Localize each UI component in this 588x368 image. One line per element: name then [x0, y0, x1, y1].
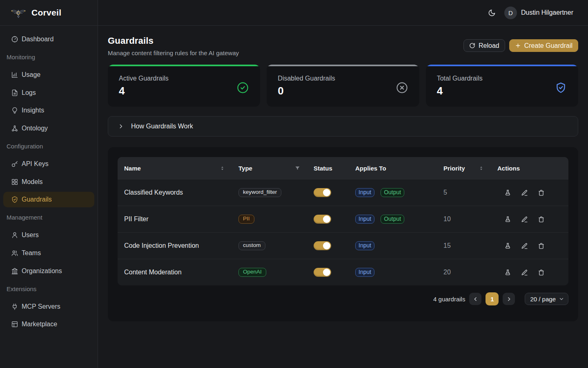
status-toggle[interactable] — [314, 268, 331, 277]
guardrails-panel: Name Type Status Applies To — [108, 147, 578, 321]
sidebar-item-ontology[interactable]: Ontology — [3, 121, 94, 136]
edit-guardrail-button[interactable] — [519, 188, 529, 197]
sort-icon[interactable] — [219, 165, 225, 171]
status-toggle[interactable] — [314, 241, 331, 250]
sidebar-item-api-keys[interactable]: API Keys — [3, 156, 94, 172]
reload-button[interactable]: Reload — [463, 39, 505, 52]
delete-guardrail-button[interactable] — [536, 214, 546, 224]
previous-page-button[interactable] — [469, 293, 481, 305]
plus-icon — [515, 43, 521, 49]
header-actions: Reload Create Guardrail — [463, 36, 578, 52]
page-size-select[interactable]: 20 / page — [525, 293, 568, 305]
status-toggle[interactable] — [314, 215, 331, 224]
applies-to-badge-output: Output — [381, 215, 404, 223]
status-toggle[interactable] — [314, 188, 331, 197]
create-guardrail-button[interactable]: Create Guardrail — [509, 39, 578, 52]
chevron-right-icon — [118, 123, 124, 129]
how-guardrails-work-toggle[interactable]: How Guardrails Work — [108, 116, 578, 137]
stat-card-total: Total Guardrails 4 — [426, 65, 578, 107]
type-cell: PII — [232, 215, 307, 223]
edit-guardrail-button[interactable] — [519, 214, 529, 224]
file-icon — [11, 89, 18, 96]
flask-icon — [504, 189, 511, 196]
pencil-icon — [521, 269, 528, 276]
refresh-icon — [469, 43, 475, 49]
user-menu[interactable]: D Dustin Hilgaertner — [504, 7, 573, 19]
current-page-button[interactable]: 1 — [486, 292, 499, 305]
applies-to-cell: InputOutput — [349, 215, 437, 223]
column-header-type[interactable]: Type — [232, 165, 307, 172]
test-guardrail-button[interactable] — [503, 188, 512, 197]
theme-toggle-button[interactable] — [487, 8, 497, 18]
logo-row[interactable]: Corveil — [0, 0, 98, 26]
chevron-left-icon — [473, 296, 478, 302]
page-content: Guardrails Manage content filtering rule… — [98, 26, 588, 321]
sidebar-item-guardrails[interactable]: Guardrails — [3, 192, 94, 207]
next-page-button[interactable] — [503, 293, 515, 305]
sidebar-item-logs[interactable]: Logs — [3, 85, 94, 101]
toggle-knob — [323, 215, 330, 223]
test-guardrail-button[interactable] — [503, 267, 512, 277]
sidebar-section-management: Management — [3, 209, 94, 227]
column-header-priority[interactable]: Priority — [437, 165, 491, 172]
stat-label: Disabled Guardrails — [278, 75, 335, 82]
chevron-right-icon — [506, 296, 512, 302]
stat-label: Total Guardrails — [437, 75, 483, 82]
sidebar-item-dashboard[interactable]: Dashboard — [3, 31, 94, 47]
sidebar-item-teams[interactable]: Teams — [3, 245, 94, 261]
toggle-knob — [323, 242, 330, 249]
sidebar-item-models[interactable]: Models — [3, 174, 94, 190]
chevron-down-icon — [559, 296, 564, 301]
sidebar-item-mcp-servers[interactable]: MCP Servers — [3, 299, 94, 314]
guardrails-table: Name Type Status Applies To — [118, 157, 568, 285]
guardrail-row[interactable]: Classified Keywords keyword_filter Input… — [118, 179, 568, 206]
delete-guardrail-button[interactable] — [536, 188, 546, 197]
column-header-status: Status — [307, 165, 349, 172]
create-guardrail-label: Create Guardrail — [524, 42, 572, 49]
type-cell: keyword_filter — [232, 188, 307, 197]
stat-text: Disabled Guardrails 0 — [278, 75, 335, 107]
check-circle-icon — [237, 82, 249, 94]
pagination: 4 guardrails 1 20 / page — [118, 292, 568, 305]
applies-to-cell: InputOutput — [349, 188, 437, 197]
applies-to-cell: Input — [349, 241, 437, 250]
guardrail-row[interactable]: PII Filter PII InputOutput 10 — [118, 206, 568, 232]
sort-icon[interactable] — [478, 165, 484, 171]
delete-guardrail-button[interactable] — [536, 267, 546, 277]
guardrail-row[interactable]: Code Injection Prevention custom Input 1… — [118, 232, 568, 259]
sidebar-item-insights[interactable]: Insights — [3, 103, 94, 118]
flask-icon — [504, 242, 511, 249]
applies-to-badge-input: Input — [355, 215, 374, 223]
user-name: Dustin Hilgaertner — [521, 9, 573, 16]
sidebar-item-label: Guardrails — [22, 196, 52, 203]
lightbulb-icon — [11, 107, 18, 114]
test-guardrail-button[interactable] — [503, 214, 512, 224]
filter-icon[interactable] — [294, 165, 301, 171]
sidebar-item-label: Teams — [22, 249, 41, 257]
stat-accent-strip — [426, 65, 578, 66]
stat-card-active: Active Guardrails 4 — [108, 65, 260, 107]
delete-guardrail-button[interactable] — [536, 241, 546, 251]
page-header: Guardrails Manage content filtering rule… — [108, 36, 578, 56]
sidebar-item-marketplace[interactable]: Marketplace — [3, 316, 94, 332]
guardrail-row[interactable]: Content Moderation OpenAI Input 20 — [118, 259, 568, 285]
plug-icon — [11, 303, 18, 310]
user-icon — [11, 231, 18, 239]
bank-icon — [11, 267, 18, 275]
test-guardrail-button[interactable] — [503, 241, 512, 251]
trash-icon — [538, 216, 545, 223]
edit-guardrail-button[interactable] — [519, 267, 529, 277]
key-icon — [11, 160, 18, 168]
sidebar-item-usage[interactable]: Usage — [3, 67, 94, 83]
column-label: Type — [238, 165, 252, 172]
stat-accent-strip — [267, 65, 419, 66]
reload-label: Reload — [479, 42, 499, 49]
edit-guardrail-button[interactable] — [519, 241, 529, 251]
sidebar-item-organizations[interactable]: Organizations — [3, 263, 94, 279]
sidebar-item-users[interactable]: Users — [3, 227, 94, 243]
column-header-name[interactable]: Name — [118, 165, 232, 172]
column-label: Name — [124, 165, 141, 172]
row-actions — [491, 241, 568, 251]
status-cell — [307, 188, 349, 197]
page-subtitle: Manage content filtering rules for the A… — [108, 49, 239, 56]
